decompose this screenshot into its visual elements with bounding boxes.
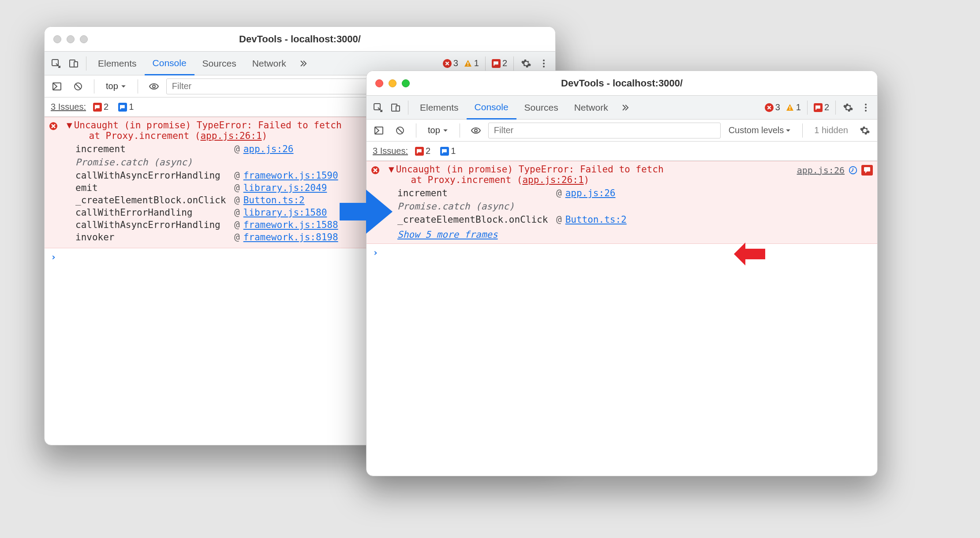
svg-rect-2 — [74, 62, 78, 67]
svg-rect-19 — [789, 109, 790, 110]
disclosure-triangle-icon[interactable]: ▼ — [67, 120, 72, 131]
divider — [835, 101, 836, 115]
tab-console[interactable]: Console — [467, 96, 516, 120]
clear-console-icon[interactable] — [69, 78, 87, 95]
svg-rect-20 — [816, 105, 820, 108]
filter-input[interactable] — [488, 123, 721, 138]
issues-blue-badge[interactable]: 1 — [118, 102, 134, 112]
warning-count: 1 — [474, 58, 479, 68]
stack-frame-link[interactable]: framework.js:8198 — [243, 232, 338, 243]
warning-count-badge[interactable]: 1 — [785, 102, 801, 112]
more-tabs-icon[interactable] — [616, 99, 634, 116]
error-count-badge[interactable]: 3 — [443, 58, 458, 68]
stack-frame-link[interactable]: library.js:1580 — [243, 207, 327, 218]
restart-frame-icon[interactable] — [848, 165, 858, 175]
red-highlight-arrow-icon — [732, 241, 767, 269]
stack-frame-function: _createElementBlock.onClick — [75, 195, 234, 205]
warning-count: 1 — [796, 102, 801, 112]
source-link[interactable]: app.js:26 — [797, 165, 845, 176]
show-more-frames-link[interactable]: Show 5 more frames — [397, 229, 498, 240]
sidebar-toggle-icon[interactable] — [48, 78, 66, 95]
tab-sources[interactable]: Sources — [516, 96, 566, 120]
live-expression-icon[interactable] — [467, 122, 485, 139]
svg-rect-17 — [396, 106, 400, 111]
svg-point-23 — [865, 110, 867, 112]
live-expression-icon[interactable] — [145, 78, 163, 95]
stack-frame: _createElementBlock.onClick@Button.ts:2 — [397, 214, 873, 225]
stack-frame-link[interactable]: Button.ts:2 — [243, 195, 305, 205]
error-source-meta: app.js:26 — [797, 165, 873, 176]
clear-console-icon[interactable] — [391, 122, 409, 139]
tab-network[interactable]: Network — [244, 52, 294, 75]
issue-flag-badge[interactable]: 2 — [492, 58, 507, 68]
kebab-icon[interactable] — [535, 55, 553, 72]
error-count-badge[interactable]: 3 — [765, 102, 780, 112]
window-title: DevTools - localhost:3000/ — [45, 34, 555, 45]
error-icon — [371, 166, 380, 177]
tab-network[interactable]: Network — [566, 96, 616, 120]
svg-rect-31 — [864, 167, 870, 172]
divider — [513, 56, 514, 71]
stack-frame-function: increment — [75, 144, 234, 154]
stack-frame: increment@app.js:26 — [397, 188, 873, 198]
divider — [416, 123, 416, 138]
tab-console[interactable]: Console — [145, 52, 195, 75]
console-prompt[interactable]: › — [367, 244, 877, 262]
stack-frame-link[interactable]: framework.js:1590 — [243, 170, 338, 181]
error-line2-suffix: ) — [584, 175, 590, 185]
svg-point-8 — [543, 66, 545, 67]
divider — [802, 123, 803, 138]
window-title: DevTools - localhost:3000/ — [367, 78, 877, 89]
context-selector[interactable]: top — [101, 79, 131, 93]
tab-sources[interactable]: Sources — [195, 52, 244, 75]
gear-icon[interactable] — [856, 122, 874, 139]
error-line2-suffix: ) — [262, 131, 268, 141]
more-tabs-icon[interactable] — [294, 55, 312, 72]
issue-flag-badge[interactable]: 2 — [814, 102, 829, 112]
error-location-link[interactable]: app.js:26:1 — [200, 131, 262, 141]
issues-red-badge[interactable]: 2 — [415, 146, 430, 156]
svg-point-21 — [865, 104, 867, 105]
stack-frame-link[interactable]: library.js:2049 — [243, 183, 327, 193]
tab-elements[interactable]: Elements — [90, 52, 145, 75]
gear-icon[interactable] — [839, 99, 857, 116]
issues-red-badge[interactable]: 2 — [93, 102, 108, 112]
inspect-icon[interactable] — [369, 99, 387, 116]
svg-point-22 — [865, 107, 867, 108]
device-toggle-icon[interactable] — [387, 99, 404, 116]
feedback-icon[interactable] — [861, 165, 873, 176]
gear-icon[interactable] — [517, 55, 535, 72]
tab-bar: Elements Console Sources Network 3 1 2 — [367, 96, 877, 120]
disclosure-triangle-icon[interactable]: ▼ — [389, 164, 394, 175]
svg-rect-4 — [468, 65, 468, 66]
divider — [807, 101, 808, 115]
at-symbol: @ — [234, 144, 240, 154]
issues-blue-badge[interactable]: 1 — [440, 146, 456, 156]
hidden-count[interactable]: 1 hidden — [810, 125, 853, 135]
stack-frame-link[interactable]: app.js:26 — [565, 188, 616, 198]
inspect-icon[interactable] — [47, 55, 65, 72]
error-count: 3 — [453, 58, 458, 68]
error-location-link[interactable]: app.js:26:1 — [522, 175, 584, 185]
divider — [460, 123, 460, 138]
stack-frame-link[interactable]: framework.js:1588 — [243, 220, 338, 230]
warning-count-badge[interactable]: 1 — [464, 58, 479, 68]
log-levels-selector[interactable]: Custom levels — [724, 125, 796, 135]
stack-frame-link[interactable]: Button.ts:2 — [565, 214, 627, 225]
stack-frame-function: callWithErrorHandling — [75, 207, 234, 218]
at-symbol: @ — [556, 188, 562, 198]
issues-link[interactable]: 3 Issues: — [373, 146, 408, 156]
svg-rect-12 — [95, 105, 100, 108]
issues-link[interactable]: 3 Issues: — [51, 102, 86, 112]
kebab-icon[interactable] — [857, 99, 875, 116]
sidebar-toggle-icon[interactable] — [370, 122, 388, 139]
stack-frame-function: emit — [75, 183, 234, 193]
svg-rect-13 — [120, 105, 125, 108]
device-toggle-icon[interactable] — [65, 55, 82, 72]
tab-elements[interactable]: Elements — [412, 96, 467, 120]
context-selector[interactable]: top — [423, 123, 453, 137]
stack-frame-function: increment — [397, 188, 556, 198]
divider — [86, 56, 86, 71]
console-toolbar: top Custom levels 1 hidden — [367, 120, 877, 142]
stack-frame-link[interactable]: app.js:26 — [243, 144, 294, 154]
